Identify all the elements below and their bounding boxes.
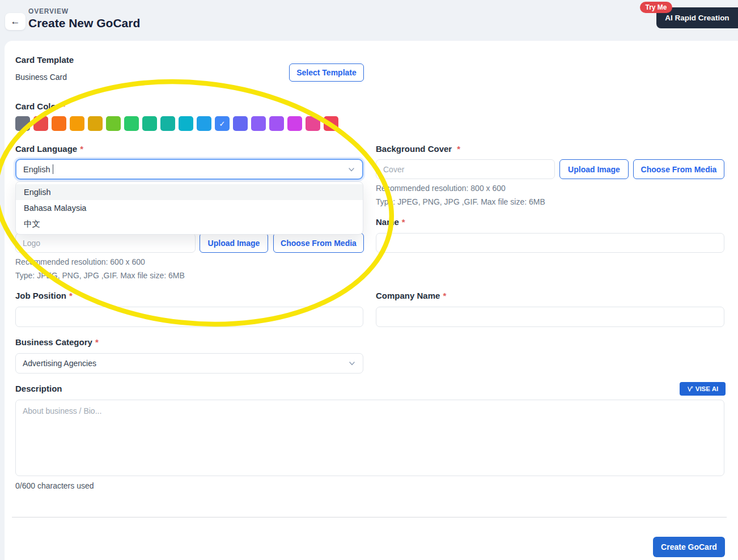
color-swatch[interactable] bbox=[306, 116, 320, 131]
job-position-input[interactable] bbox=[15, 307, 363, 327]
card-template-label: Card Template bbox=[15, 55, 74, 65]
cover-upload-image-button[interactable]: Upload Image bbox=[559, 159, 629, 179]
required-asterisk: * bbox=[443, 291, 446, 300]
card-color-swatches: ✓ bbox=[15, 116, 338, 131]
color-swatch[interactable] bbox=[269, 116, 284, 131]
logo-input[interactable] bbox=[15, 233, 196, 253]
color-swatch[interactable] bbox=[197, 116, 211, 131]
cover-choose-media-button[interactable]: Choose From Media bbox=[633, 159, 724, 179]
company-name-input[interactable] bbox=[376, 307, 724, 327]
cover-resolution-hint: Recommended resolution: 800 x 600 bbox=[376, 184, 506, 193]
description-label: Description bbox=[15, 384, 62, 393]
dropdown-option[interactable]: English bbox=[16, 184, 363, 200]
dropdown-option[interactable]: 中文 bbox=[16, 216, 363, 232]
dropdown-option[interactable]: Bahasa Malaysia bbox=[16, 200, 363, 216]
name-label: Name* bbox=[376, 217, 405, 227]
page-header: ← OVERVIEW Create New GoCard AI Rapid Cr… bbox=[0, 0, 738, 41]
color-swatch[interactable] bbox=[33, 116, 48, 131]
page-title: Create New GoCard bbox=[28, 16, 140, 30]
logo-choose-media-button[interactable]: Choose From Media bbox=[273, 233, 364, 253]
business-category-value: Advertising Agencies bbox=[23, 359, 96, 368]
card-language-value: English bbox=[23, 165, 50, 174]
breadcrumb: OVERVIEW bbox=[28, 7, 69, 15]
required-asterisk: * bbox=[69, 291, 73, 300]
character-counter: 0/600 characters used bbox=[15, 481, 94, 490]
logo-upload-image-button[interactable]: Upload Image bbox=[200, 233, 268, 253]
card-language-label: Card Language* bbox=[15, 144, 83, 154]
color-swatch[interactable] bbox=[88, 116, 103, 131]
color-swatch[interactable] bbox=[142, 116, 157, 131]
card-language-dropdown: EnglishBahasa Malaysia中文 bbox=[15, 181, 363, 235]
color-swatch[interactable]: ✓ bbox=[215, 116, 230, 131]
chevron-down-icon bbox=[347, 166, 355, 173]
create-gocard-button[interactable]: Create GoCard bbox=[653, 537, 725, 557]
required-asterisk: * bbox=[95, 337, 99, 347]
vise-ai-button[interactable]: VISE AI bbox=[680, 382, 726, 396]
business-category-label: Business Category* bbox=[15, 337, 99, 347]
card-color-label: Card Color* bbox=[15, 101, 65, 111]
color-swatch[interactable] bbox=[106, 116, 121, 131]
card-language-input[interactable]: English bbox=[15, 159, 363, 180]
try-me-badge: Try Me bbox=[640, 2, 672, 13]
cover-filetype-hint: Type: JPEG, PNG, JPG ,GIF. Max file size… bbox=[376, 197, 545, 206]
color-swatch[interactable] bbox=[160, 116, 175, 131]
vise-ai-label: VISE AI bbox=[695, 385, 718, 392]
arrow-left-icon: ← bbox=[11, 16, 20, 27]
job-position-label: Job Position* bbox=[15, 291, 73, 300]
color-swatch[interactable] bbox=[233, 116, 248, 131]
background-cover-label: Background Cover* bbox=[376, 144, 460, 154]
color-swatch[interactable] bbox=[251, 116, 266, 131]
company-name-label: Company Name* bbox=[376, 291, 446, 300]
text-cursor bbox=[53, 164, 54, 174]
color-swatch[interactable] bbox=[52, 116, 66, 131]
description-textarea[interactable] bbox=[15, 400, 724, 476]
color-swatch[interactable] bbox=[70, 116, 84, 131]
chevron-down-icon bbox=[348, 359, 356, 367]
vise-ai-sparkle-icon bbox=[687, 386, 693, 392]
required-asterisk: * bbox=[62, 101, 66, 111]
name-input[interactable] bbox=[376, 233, 724, 253]
logo-resolution-hint: Recommended resolution: 600 x 600 bbox=[15, 257, 145, 266]
select-template-button[interactable]: Select Template bbox=[289, 63, 364, 82]
color-swatch[interactable] bbox=[324, 116, 338, 131]
create-gocard-page: ← OVERVIEW Create New GoCard AI Rapid Cr… bbox=[0, 0, 738, 560]
required-asterisk: * bbox=[402, 217, 405, 227]
color-swatch[interactable] bbox=[124, 116, 139, 131]
checkmark-icon: ✓ bbox=[219, 120, 226, 128]
back-button[interactable]: ← bbox=[5, 13, 26, 30]
footer-divider bbox=[12, 517, 727, 517]
required-asterisk: * bbox=[457, 144, 460, 154]
color-swatch[interactable] bbox=[15, 116, 30, 131]
business-category-select[interactable]: Advertising Agencies bbox=[15, 353, 363, 374]
required-asterisk: * bbox=[80, 144, 83, 154]
card-template-value: Business Card bbox=[15, 73, 67, 82]
color-swatch[interactable] bbox=[179, 116, 193, 131]
cover-input[interactable] bbox=[376, 159, 555, 179]
logo-filetype-hint: Type: JPEG, PNG, JPG ,GIF. Max file size… bbox=[15, 271, 185, 280]
color-swatch[interactable] bbox=[287, 116, 302, 131]
